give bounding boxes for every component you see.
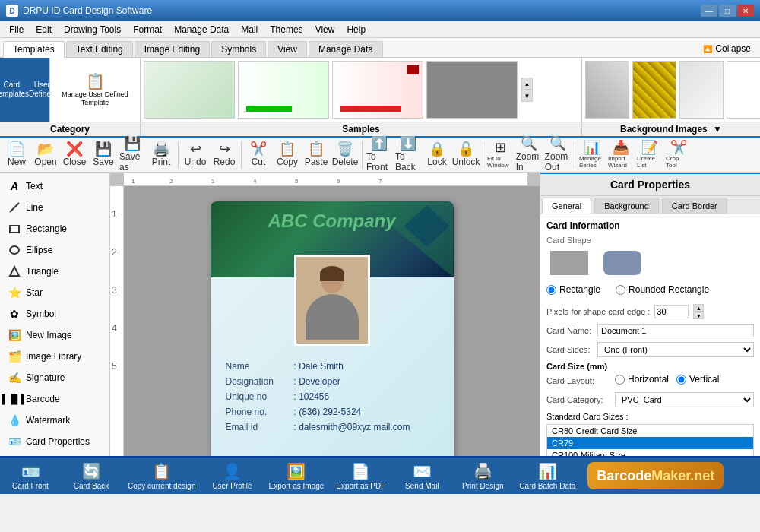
- toolbar-delete[interactable]: 🗑️Delete: [331, 140, 359, 170]
- toolbar-zoom-out[interactable]: 🔍Zoom-Out: [544, 140, 572, 170]
- toolbar-to-back[interactable]: ⬇️To Back: [394, 140, 422, 170]
- tab-templates[interactable]: Templates: [3, 41, 65, 58]
- pixels-input[interactable]: [654, 305, 689, 318]
- bg-thumb-3[interactable]: [679, 61, 724, 119]
- toolbar-lock[interactable]: 🔒Lock: [423, 140, 451, 170]
- tab-text-editing[interactable]: Text Editing: [66, 41, 133, 57]
- card-name-input[interactable]: [597, 324, 754, 337]
- bg-thumb-2[interactable]: [632, 61, 676, 119]
- toolbar-new[interactable]: 📄New: [3, 140, 30, 170]
- radio-vertical[interactable]: [676, 375, 686, 385]
- bottom-export-pdf[interactable]: 📄 Export as PDF: [330, 458, 391, 494]
- maximize-button[interactable]: □: [719, 5, 736, 17]
- toolbar-open[interactable]: 📂Open: [32, 140, 59, 170]
- card-templates-button[interactable]: Card Templates User Defined: [0, 58, 49, 122]
- toolbar-cut[interactable]: ✂️Cut: [245, 140, 272, 170]
- menu-file[interactable]: File: [3, 23, 30, 36]
- tool-symbol[interactable]: ✿ Symbol: [0, 303, 109, 325]
- tool-card-properties[interactable]: 🪪 Card Properties: [0, 431, 109, 452]
- toolbar-print[interactable]: 🖨️Print: [147, 140, 175, 170]
- bottom-copy-design[interactable]: 📋 Copy current design: [122, 458, 202, 494]
- tool-card-background[interactable]: 🎨 Card Background: [0, 452, 109, 456]
- toolbar-manage-series[interactable]: 📊Manage Series: [578, 140, 606, 170]
- pixels-spin-up[interactable]: ▲: [693, 304, 704, 312]
- radio-horizontal[interactable]: [615, 375, 625, 385]
- bottom-export-image[interactable]: 🖼️ Export as Image: [263, 458, 331, 494]
- menu-help[interactable]: Help: [340, 23, 372, 36]
- tab-manage-data[interactable]: Manage Data: [309, 41, 383, 57]
- tab-image-editing[interactable]: Image Editing: [135, 41, 210, 57]
- tool-star[interactable]: ⭐ Star: [0, 282, 109, 303]
- manage-user-defined-button[interactable]: 📋 Manage User Defined Template: [49, 58, 140, 122]
- export-pdf-icon: 📄: [351, 462, 370, 480]
- samples-scroll-up[interactable]: ▲: [521, 78, 533, 90]
- std-size-cr80[interactable]: CR80-Credit Card Size: [547, 425, 753, 437]
- toolbar-fit-window[interactable]: ⊞Fit to Window: [486, 140, 514, 170]
- bottom-card-back[interactable]: 🔄 Card Back: [61, 458, 122, 494]
- toolbar-paste[interactable]: 📋Paste: [302, 140, 330, 170]
- toolbar-to-front[interactable]: ⬆️To Front: [366, 140, 393, 170]
- props-tab-background[interactable]: Background: [594, 198, 659, 214]
- card-sides-row: Card Sides: One (Front): [546, 342, 754, 357]
- tool-signature[interactable]: ✍️ Signature: [0, 367, 109, 388]
- tool-watermark[interactable]: 💧 Watermark: [0, 410, 109, 431]
- card-sides-select[interactable]: One (Front): [597, 342, 754, 357]
- menu-manage-data[interactable]: Manage Data: [168, 23, 235, 36]
- tool-new-image[interactable]: 🖼️ New Image: [0, 325, 109, 346]
- ruler-vertical: 1 2 3 4 5: [110, 186, 124, 456]
- tool-ellipse[interactable]: Ellipse: [0, 239, 109, 261]
- tool-image-library[interactable]: 🗂️ Image Library: [0, 346, 109, 367]
- menu-view[interactable]: View: [309, 23, 341, 36]
- bottom-card-batch[interactable]: 📊 Card Batch Data: [513, 458, 581, 494]
- card-category-select[interactable]: PVC_Card: [615, 392, 754, 407]
- bottom-user-profile[interactable]: 👤 User Profile: [202, 458, 263, 494]
- toolbar-unlock[interactable]: 🔓Unlock: [452, 140, 480, 170]
- tool-line[interactable]: Line: [0, 197, 109, 218]
- tab-view[interactable]: View: [268, 41, 307, 57]
- bottom-print-design[interactable]: 🖨️ Print Design: [452, 458, 513, 494]
- sample-thumb-1[interactable]: [144, 61, 235, 119]
- minimize-button[interactable]: —: [701, 5, 717, 17]
- toolbar-undo[interactable]: ↩Undo: [182, 140, 209, 170]
- toolbar-zoom-in[interactable]: 🔍Zoom-In: [515, 140, 543, 170]
- toolbar-create-list[interactable]: 📝Create List: [636, 140, 663, 170]
- toolbar-copy[interactable]: 📋Copy: [274, 140, 301, 170]
- bg-thumb-4[interactable]: [727, 61, 760, 119]
- radio-rounded-rectangle[interactable]: [616, 285, 625, 295]
- samples-scroll-down[interactable]: ▼: [521, 90, 533, 102]
- toolbar-save[interactable]: 💾Save: [90, 140, 117, 170]
- menu-drawing-tools[interactable]: Drawing Tools: [58, 23, 127, 36]
- close-button[interactable]: ✕: [737, 5, 754, 17]
- menu-mail[interactable]: Mail: [235, 23, 264, 36]
- collapse-button[interactable]: 🔼 Collapse: [697, 40, 757, 57]
- toolbar-redo[interactable]: ↪Redo: [211, 140, 238, 170]
- bottom-card-front[interactable]: 🪪 Card Front: [0, 458, 61, 494]
- sample-thumb-2[interactable]: [238, 61, 329, 119]
- canvas-wrapper[interactable]: ABC Company Name : Dale Smith Designatio…: [124, 186, 540, 456]
- tool-text[interactable]: A Text: [0, 176, 109, 197]
- std-sizes-list[interactable]: CR80-Credit Card Size CR79 CR100-Militar…: [546, 424, 754, 456]
- bg-thumb-1[interactable]: [585, 61, 629, 119]
- menu-edit[interactable]: Edit: [30, 23, 58, 36]
- tool-rectangle[interactable]: Rectangle: [0, 218, 109, 239]
- bg-dropdown[interactable]: ▼: [713, 124, 722, 135]
- toolbar-save-as[interactable]: 💾Save as: [119, 140, 146, 170]
- tab-symbols[interactable]: Symbols: [211, 41, 266, 57]
- tool-triangle[interactable]: Triangle: [0, 261, 109, 282]
- sample-thumb-4[interactable]: [426, 61, 518, 119]
- pixels-spin-down[interactable]: ▼: [693, 312, 704, 319]
- bottom-send-mail[interactable]: ✉️ Send Mail: [391, 458, 452, 494]
- toolbar-close[interactable]: ❌Close: [61, 140, 88, 170]
- toolbar-import-wizard[interactable]: 📥Import Wizard: [607, 140, 635, 170]
- toolbar-crop-tool[interactable]: ✂️Crop Tool: [665, 140, 692, 170]
- props-tab-card-border[interactable]: Card Border: [662, 198, 727, 214]
- menu-themes[interactable]: Themes: [264, 23, 309, 36]
- menu-format[interactable]: Format: [127, 23, 168, 36]
- std-size-cr100[interactable]: CR100-Military Size: [547, 449, 753, 456]
- std-size-cr79[interactable]: CR79: [547, 437, 753, 449]
- props-tab-general[interactable]: General: [542, 198, 591, 214]
- samples-scrollbar[interactable]: ▲ ▼: [521, 78, 533, 102]
- radio-rectangle[interactable]: [546, 285, 556, 295]
- tool-barcode[interactable]: ▌▐▌▌ Barcode: [0, 388, 109, 410]
- sample-thumb-3[interactable]: [332, 61, 423, 119]
